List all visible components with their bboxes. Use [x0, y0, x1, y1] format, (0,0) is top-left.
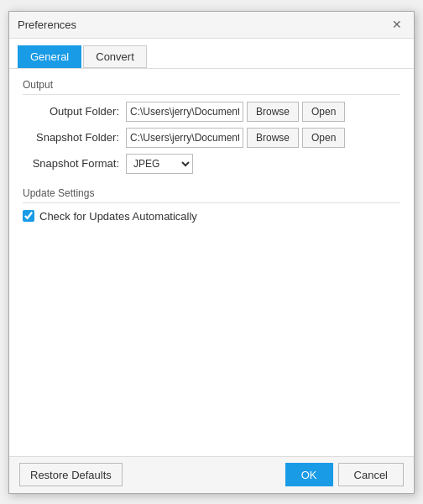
- check-updates-checkbox[interactable]: [23, 210, 34, 222]
- update-settings-title: Update Settings: [23, 187, 400, 203]
- snapshot-folder-browse-button[interactable]: Browse: [247, 128, 299, 148]
- snapshot-format-row: Snapshot Format: JPEG PNG BMP: [23, 154, 400, 174]
- output-section-title: Output: [23, 79, 400, 95]
- close-button[interactable]: ✕: [389, 16, 405, 33]
- check-updates-row: Check for Updates Automatically: [23, 210, 400, 223]
- restore-defaults-button[interactable]: Restore Defaults: [19, 463, 123, 486]
- update-settings-section: Update Settings Check for Updates Automa…: [23, 187, 400, 223]
- tabs-bar: General Convert: [9, 39, 414, 69]
- output-folder-row: Output Folder: Browse Open: [23, 102, 400, 122]
- output-section: Output Output Folder: Browse Open Snapsh…: [23, 79, 400, 174]
- snapshot-format-label: Snapshot Format:: [23, 157, 119, 170]
- preferences-dialog: Preferences ✕ General Convert Output Out…: [8, 11, 415, 494]
- snapshot-folder-row: Snapshot Folder: Browse Open: [23, 128, 400, 148]
- dialog-title: Preferences: [18, 18, 76, 31]
- snapshot-folder-label: Snapshot Folder:: [23, 131, 119, 144]
- footer: Restore Defaults OK Cancel: [9, 456, 414, 493]
- content-area: Output Output Folder: Browse Open Snapsh…: [9, 69, 414, 456]
- snapshot-format-wrapper: JPEG PNG BMP: [126, 154, 193, 174]
- snapshot-format-select[interactable]: JPEG PNG BMP: [126, 154, 193, 174]
- title-bar: Preferences ✕: [9, 12, 414, 39]
- tab-general[interactable]: General: [18, 45, 81, 68]
- footer-right-buttons: OK Cancel: [285, 463, 404, 486]
- output-folder-input[interactable]: [126, 102, 243, 122]
- output-folder-open-button[interactable]: Open: [302, 102, 345, 122]
- tab-convert[interactable]: Convert: [83, 45, 147, 68]
- snapshot-folder-input[interactable]: [126, 128, 243, 148]
- snapshot-folder-open-button[interactable]: Open: [302, 128, 345, 148]
- cancel-button[interactable]: Cancel: [338, 463, 404, 486]
- output-folder-label: Output Folder:: [23, 105, 119, 118]
- ok-button[interactable]: OK: [285, 463, 333, 486]
- output-folder-browse-button[interactable]: Browse: [247, 102, 299, 122]
- check-updates-label: Check for Updates Automatically: [39, 210, 197, 223]
